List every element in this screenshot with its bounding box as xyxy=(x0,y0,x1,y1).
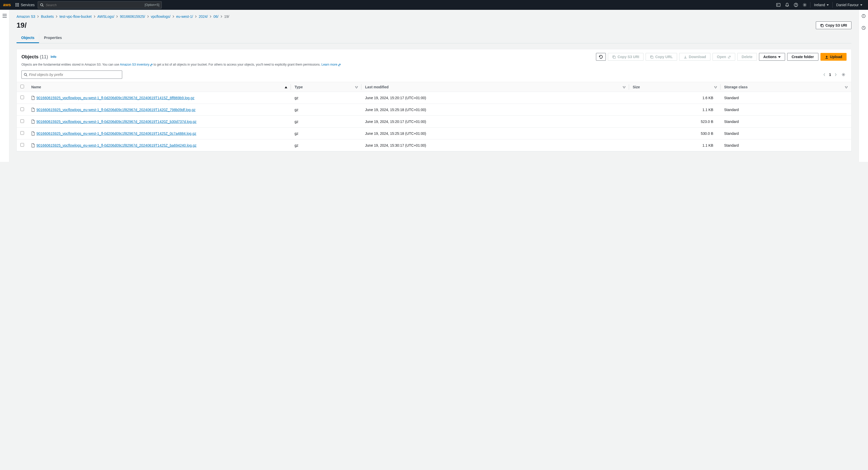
svg-point-15 xyxy=(804,4,805,6)
prefix-filter[interactable] xyxy=(22,70,122,79)
actions-dropdown[interactable]: Actions xyxy=(759,53,785,61)
svg-rect-4 xyxy=(17,4,18,5)
col-name[interactable]: Name xyxy=(28,82,291,92)
chevron-right-icon xyxy=(147,15,149,18)
global-search[interactable]: [Option+S] xyxy=(38,1,162,8)
breadcrumb-link[interactable]: 2024/ xyxy=(199,14,208,19)
copy-icon xyxy=(820,23,824,27)
copy-url-button[interactable]: Copy URL xyxy=(646,53,677,61)
breadcrumb-link[interactable]: vpcflowlogs/ xyxy=(151,14,170,19)
panel-description: Objects are the fundamental entities sto… xyxy=(17,63,851,69)
col-type[interactable]: Type xyxy=(291,82,362,92)
table-settings-button[interactable] xyxy=(840,71,846,78)
inventory-link[interactable]: Amazon S3 inventory xyxy=(120,63,153,66)
object-link[interactable]: 901660615925_vpcflowlogs_eu-west-1_fl-0d… xyxy=(36,120,196,124)
user-menu[interactable]: Daniel Favour xyxy=(834,3,865,7)
copy-s3-uri-button[interactable]: Copy S3 URI xyxy=(816,22,851,29)
col-last-modified[interactable]: Last modified xyxy=(362,82,629,92)
chevron-right-icon xyxy=(55,15,58,18)
prefix-filter-input[interactable] xyxy=(29,72,120,77)
col-size[interactable]: Size xyxy=(629,82,720,92)
create-folder-button[interactable]: Create folder xyxy=(787,53,818,61)
search-shortcut: [Option+S] xyxy=(145,3,159,7)
services-menu[interactable]: Services xyxy=(16,3,35,7)
delete-button[interactable]: Delete xyxy=(737,53,757,61)
breadcrumb-link[interactable]: 06/ xyxy=(213,14,218,19)
cell-last-modified: June 19, 2024, 15:30:17 (UTC+01:00) xyxy=(362,139,629,151)
row-checkbox[interactable] xyxy=(21,131,24,135)
svg-marker-35 xyxy=(285,86,287,88)
breadcrumb-link[interactable]: 901660615925/ xyxy=(120,14,145,19)
copy-s3-uri-button[interactable]: Copy S3 URI xyxy=(608,53,644,61)
table-row: 901660615925_vpcflowlogs_eu-west-1_fl-0d… xyxy=(17,128,851,139)
file-icon xyxy=(31,120,35,124)
search-input[interactable] xyxy=(46,3,143,7)
external-link-icon xyxy=(338,64,341,66)
caret-down-icon xyxy=(778,55,781,59)
settings-button[interactable] xyxy=(800,0,809,10)
page-number: 1 xyxy=(829,72,831,77)
cell-storage-class: Standard xyxy=(720,116,851,128)
tab-properties[interactable]: Properties xyxy=(39,33,66,43)
breadcrumb-link[interactable]: AWSLogs/ xyxy=(97,14,115,19)
svg-marker-38 xyxy=(714,86,717,88)
breadcrumb-link[interactable]: eu-west-1/ xyxy=(176,14,193,19)
breadcrumb-current: 19/ xyxy=(224,14,229,19)
table-row: 901660615925_vpcflowlogs_eu-west-1_fl-0d… xyxy=(17,116,851,128)
row-checkbox[interactable] xyxy=(21,143,24,147)
svg-point-32 xyxy=(24,73,27,76)
search-icon xyxy=(24,73,27,76)
chevron-right-icon xyxy=(220,15,223,18)
row-checkbox[interactable] xyxy=(21,119,24,123)
select-all-checkbox[interactable] xyxy=(21,85,24,88)
svg-marker-27 xyxy=(778,56,781,58)
breadcrumb-link[interactable]: test-vpc-flow-bucket xyxy=(59,14,91,19)
cell-size: 1.6 KB xyxy=(629,92,720,104)
row-checkbox[interactable] xyxy=(21,107,24,111)
pagination: 1 xyxy=(822,71,846,78)
info-panel-button[interactable] xyxy=(860,12,867,20)
aws-logo[interactable]: aws xyxy=(3,3,11,7)
breadcrumb-link[interactable]: Buckets xyxy=(41,14,54,19)
open-side-nav-button[interactable] xyxy=(1,12,8,19)
object-link[interactable]: 901660615925_vpcflowlogs_eu-west-1_fl-0d… xyxy=(36,143,196,148)
object-link[interactable]: 901660615925_vpcflowlogs_eu-west-1_fl-0d… xyxy=(36,131,196,135)
next-page-button[interactable] xyxy=(834,72,838,77)
prev-page-button[interactable] xyxy=(822,72,827,77)
cell-size: 530.0 B xyxy=(629,128,720,139)
refresh-button[interactable] xyxy=(596,53,606,61)
svg-rect-1 xyxy=(17,3,18,4)
region-selector[interactable]: Ireland xyxy=(811,3,831,7)
learn-more-link[interactable]: Learn more xyxy=(321,63,340,66)
cell-size: 1.1 KB xyxy=(629,104,720,116)
svg-marker-37 xyxy=(623,86,625,88)
svg-rect-0 xyxy=(16,3,16,4)
help-button[interactable] xyxy=(792,0,800,10)
cloudshell-button[interactable] xyxy=(774,0,783,10)
cell-type: gz xyxy=(291,128,362,139)
sort-icon xyxy=(714,85,717,89)
object-link[interactable]: 901660615925_vpcflowlogs_eu-west-1_fl-0d… xyxy=(36,96,194,100)
download-button[interactable]: Download xyxy=(679,53,710,61)
history-panel-button[interactable] xyxy=(860,24,867,32)
upload-button[interactable]: Upload xyxy=(820,53,846,61)
open-button[interactable]: Open xyxy=(712,53,735,61)
sort-icon xyxy=(623,85,625,89)
object-link[interactable]: 901660615925_vpcflowlogs_eu-west-1_fl-0d… xyxy=(36,108,195,112)
notifications-button[interactable] xyxy=(783,0,792,10)
svg-line-10 xyxy=(43,6,44,7)
cell-last-modified: June 19, 2024, 15:25:18 (UTC+01:00) xyxy=(362,128,629,139)
search-icon xyxy=(40,3,44,7)
tab-objects[interactable]: Objects xyxy=(17,33,39,43)
col-storage-class[interactable]: Storage class xyxy=(720,82,851,92)
cell-size: 523.0 B xyxy=(629,116,720,128)
user-label: Daniel Favour xyxy=(836,3,859,7)
cell-size: 1.1 KB xyxy=(629,139,720,151)
breadcrumb-link[interactable]: Amazon S3 xyxy=(17,14,35,19)
panel-count: (11) xyxy=(40,54,48,59)
svg-rect-6 xyxy=(16,6,16,6)
info-link[interactable]: Info xyxy=(51,55,56,59)
upload-icon xyxy=(825,55,829,59)
panel-title: Objects xyxy=(22,54,38,59)
row-checkbox[interactable] xyxy=(21,96,24,99)
